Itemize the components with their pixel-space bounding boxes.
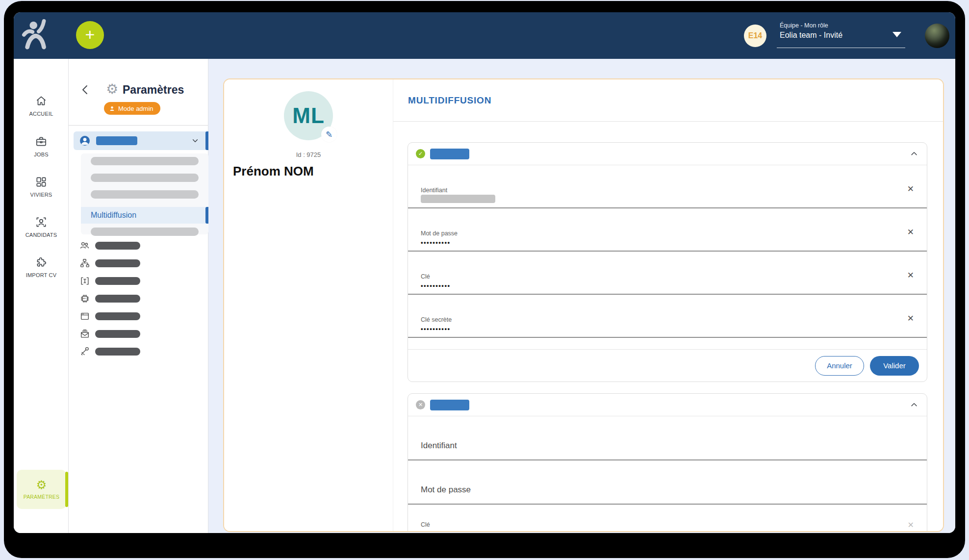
redacted-text-bar	[95, 295, 140, 303]
team-selector-label: Équipe - Mon rôle	[780, 22, 842, 29]
nav-label: JOBS	[34, 152, 49, 157]
field-label: Clé	[421, 521, 430, 528]
section-header[interactable]: ✓	[408, 143, 927, 165]
clear-field-icon[interactable]: ✕	[907, 314, 914, 323]
field-value-masked: ••••••••••	[421, 325, 451, 332]
clear-field-icon[interactable]: ✕	[907, 271, 914, 280]
redacted-menu-item[interactable]	[91, 190, 199, 199]
settings-group-redacted[interactable]	[79, 258, 197, 269]
field-cle-secrete[interactable]: Clé secrète •••••••••• ✕	[408, 295, 927, 338]
page-title: MULTIDIFFUSION	[408, 95, 491, 106]
field-mot-de-passe-empty[interactable]: Mot de passe	[408, 460, 927, 505]
field-identifiant-empty[interactable]: Identifiant	[408, 416, 927, 460]
section-header[interactable]: ✕	[408, 394, 927, 416]
submit-button[interactable]: Valider	[870, 356, 919, 376]
section-actions: Annuler Valider	[408, 349, 927, 382]
redacted-text-bar	[95, 330, 140, 338]
settings-group-redacted[interactable]	[79, 240, 197, 251]
team-badge: E14	[744, 25, 766, 47]
field-label: Mot de passe	[421, 485, 471, 495]
content-area: ML ✎ Id : 9725 Prénom NOM MULTIDIFFUSION…	[208, 59, 955, 533]
menu-item-multidiffusion[interactable]: Multidiffusion	[81, 207, 208, 224]
chevron-up-icon[interactable]	[909, 150, 919, 158]
active-nav-indicator	[65, 472, 68, 507]
nav-label: PARAMÈTRES	[24, 494, 60, 500]
home-icon	[35, 95, 48, 107]
field-mot-de-passe[interactable]: Mot de passe •••••••••• ✕	[408, 208, 927, 252]
chevron-down-icon	[191, 137, 200, 145]
nav-label: CANDIDATS	[26, 232, 57, 238]
team-selector-value: Eolia team - Invité	[780, 31, 842, 40]
field-cle[interactable]: Clé •••••••••• ✕	[408, 252, 927, 295]
settings-sub-list: Multidiffusion	[81, 153, 208, 234]
redacted-menu-item[interactable]	[91, 228, 199, 236]
edit-avatar-button[interactable]: ✎	[321, 127, 337, 142]
admin-user-icon	[109, 105, 115, 112]
settings-group-redacted[interactable]	[79, 329, 197, 339]
back-chevron-icon[interactable]	[80, 84, 90, 95]
field-label: Identifiant	[421, 187, 447, 194]
sidebar-item-candidats[interactable]: CANDIDATS	[14, 216, 69, 238]
mode-admin-label: Mode admin	[118, 105, 153, 112]
redacted-text-bar	[430, 400, 469, 410]
user-circle-icon	[79, 135, 90, 146]
settings-group-redacted[interactable]	[79, 311, 197, 322]
user-settings-card: ML ✎ Id : 9725 Prénom NOM MULTIDIFFUSION…	[223, 78, 944, 532]
redacted-menu-item[interactable]	[91, 157, 199, 165]
sidebar-item-viviers[interactable]: VIVIERS	[14, 176, 69, 198]
chevron-down-icon[interactable]	[892, 32, 901, 37]
field-value-masked: ••••••••••	[421, 239, 451, 246]
topbar: + E14 Équipe - Mon rôle Eolia team - Inv…	[14, 12, 955, 59]
nav-label: VIVIERS	[30, 192, 52, 198]
sidebar-item-import-cv[interactable]: IMPORT CV	[14, 256, 69, 278]
translation-icon	[79, 276, 90, 286]
profile-column: ML ✎ Id : 9725 Prénom NOM	[224, 79, 393, 531]
mail-icon	[79, 329, 90, 339]
divider	[393, 121, 943, 122]
field-label: Clé	[421, 273, 430, 280]
field-cle-empty[interactable]: Clé ✕	[408, 505, 927, 532]
settings-group-redacted[interactable]	[79, 276, 197, 286]
multidiffusion-panel: MULTIDIFFUSION ✓ Identifiant	[393, 79, 943, 531]
nav-label: IMPORT CV	[26, 272, 57, 278]
briefcase-icon	[35, 135, 48, 148]
nav-label: ACCUEIL	[29, 111, 53, 117]
api-chip-icon: API	[79, 293, 90, 304]
menu-item-label: Multidiffusion	[91, 211, 136, 220]
sidebar-item-parametres[interactable]: ⚙ PARAMÈTRES	[17, 470, 66, 509]
team-selector[interactable]: Équipe - Mon rôle Eolia team - Invité	[780, 22, 842, 40]
sidebar-item-accueil[interactable]: ACCUEIL	[14, 95, 69, 117]
field-label: Clé secrète	[421, 316, 452, 323]
field-identifiant[interactable]: Identifiant ✕	[408, 165, 927, 208]
screen: + E14 Équipe - Mon rôle Eolia team - Inv…	[0, 0, 969, 560]
mode-admin-badge[interactable]: Mode admin	[104, 102, 160, 115]
clear-field-icon[interactable]: ✕	[907, 228, 914, 236]
redacted-text-bar	[95, 312, 140, 320]
org-chart-icon	[79, 258, 90, 269]
settings-group-users[interactable]	[74, 131, 208, 150]
clear-field-icon[interactable]: ✕	[907, 185, 914, 193]
sidebar-item-jobs[interactable]: JOBS	[14, 135, 69, 157]
settings-group-redacted[interactable]	[79, 346, 197, 357]
add-button[interactable]: +	[76, 21, 104, 49]
cancel-button[interactable]: Annuler	[815, 356, 864, 376]
field-label: Mot de passe	[421, 230, 458, 237]
user-avatar[interactable]	[925, 24, 949, 48]
settings-group-redacted[interactable]: API	[79, 293, 197, 304]
clear-field-icon[interactable]: ✕	[908, 521, 914, 529]
chevron-up-icon[interactable]	[909, 401, 919, 409]
jobboard-section-disconnected: ✕ Identifiant Mot de passe	[408, 393, 927, 532]
settings-panel: ⚙ Paramètres Mode admin	[69, 59, 208, 533]
main-nav-rail: ACCUEIL JOBS VIVIERS CANDIDATS	[14, 59, 69, 533]
redacted-menu-item[interactable]	[91, 174, 199, 182]
avatar-initials: ML	[292, 103, 325, 128]
settings-groups: API	[79, 240, 197, 357]
pencil-icon: ✎	[326, 129, 332, 140]
puzzle-icon	[35, 256, 48, 269]
redacted-value-bar	[421, 195, 495, 203]
candidate-scan-icon	[35, 216, 48, 229]
brand-logo-icon	[22, 19, 52, 51]
x-circle-icon: ✕	[416, 400, 425, 409]
check-circle-icon: ✓	[416, 149, 425, 158]
profile-name: Prénom NOM	[233, 164, 314, 179]
